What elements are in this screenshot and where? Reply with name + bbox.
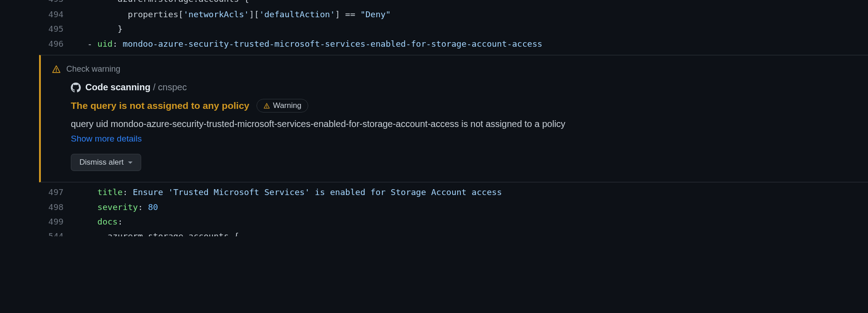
code-line: 494 properties['networkAcls']['defaultAc… [0,7,868,22]
code-text: } [77,22,123,36]
scanner-label: Code scanning [85,82,150,92]
scanner-row: Code scanning / cnspec [71,82,857,93]
code-line: 499 docs: [0,215,868,229]
code-text: docs: [77,215,123,229]
code-text: azurerm.storage.accounts { [77,229,239,236]
scanner-tool: cnspec [158,82,187,92]
code-line: 493 azurerm.storage.accounts { [0,0,868,7]
line-number: 499 [0,215,77,229]
warning-triangle-icon [52,65,61,74]
line-number: 495 [0,22,77,36]
line-number: 496 [0,37,77,51]
warning-triangle-icon [263,103,270,109]
line-number: 494 [0,7,77,22]
severity-badge-text: Warning [273,101,301,110]
check-annotation: Check warning Code scanning / cnspec The… [39,55,868,182]
line-number: 498 [0,200,77,215]
code-line: 495 } [0,22,868,36]
code-text: properties['networkAcls']['defaultAction… [77,7,391,22]
dismiss-alert-label: Dismiss alert [79,158,123,167]
code-text: severity: 80 [77,200,158,215]
line-number: 493 [0,0,77,6]
annotation-header-text: Check warning [66,64,120,74]
dismiss-alert-button[interactable]: Dismiss alert [71,154,141,171]
annotation-header: Check warning [52,64,857,74]
code-line: 544 azurerm.storage.accounts { [0,229,868,236]
github-icon [71,83,81,93]
finding-description: query uid mondoo-azure-security-trusted-… [71,119,857,129]
line-number: 544 [0,229,77,236]
code-text: azurerm.storage.accounts { [77,0,249,6]
code-text: - uid: mondoo-azure-security-trusted-mic… [77,37,542,51]
code-line: 498 severity: 80 [0,200,868,215]
scanner-sep: / [150,82,158,92]
finding-title: The query is not assigned to any policy [71,100,249,111]
code-line: 496 - uid: mondoo-azure-security-trusted… [0,37,868,51]
svg-point-1 [56,71,57,72]
code-text: title: Ensure 'Trusted Microsoft Service… [77,185,502,200]
line-number: 497 [0,185,77,200]
caret-down-icon [128,161,133,164]
show-more-link[interactable]: Show more details [71,134,142,144]
code-line: 497 title: Ensure 'Trusted Microsoft Ser… [0,185,868,200]
severity-badge: Warning [256,99,308,112]
svg-point-3 [266,107,267,108]
